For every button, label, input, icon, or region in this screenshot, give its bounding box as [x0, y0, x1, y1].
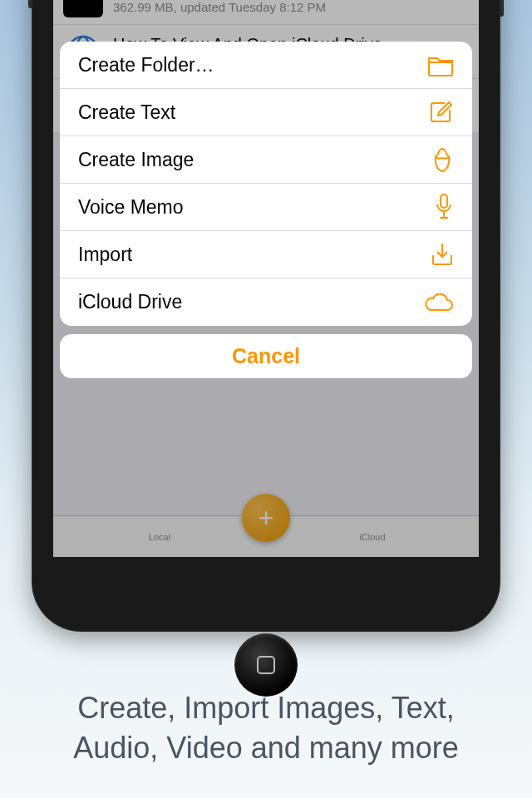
import-option[interactable]: Import	[60, 231, 472, 278]
action-sheet-options: Create Folder… Create Text	[60, 42, 472, 326]
compose-icon	[429, 100, 454, 125]
home-button[interactable]	[234, 633, 298, 697]
folder-icon	[427, 53, 454, 76]
home-button-square	[257, 656, 275, 674]
phone-screen: 1.92 MB, updated 5:04 PM Movie 2 362.99 …	[53, 0, 479, 557]
create-text-option[interactable]: Create Text	[60, 89, 472, 136]
option-label: Voice Memo	[78, 196, 184, 219]
option-label: Create Folder…	[78, 54, 214, 76]
option-label: Import	[78, 244, 132, 266]
rose-icon	[431, 146, 454, 173]
svg-rect-4	[441, 195, 447, 208]
phone-side-button	[28, 0, 32, 8]
caption-line: Create, Import Images, Text,	[25, 688, 507, 729]
option-label: Create Image	[78, 149, 194, 171]
promo-caption: Create, Import Images, Text, Audio, Vide…	[0, 688, 532, 769]
cloud-icon	[424, 292, 454, 313]
microphone-icon	[434, 193, 454, 221]
action-sheet: Create Folder… Create Text	[60, 42, 472, 378]
cancel-button[interactable]: Cancel	[60, 334, 472, 378]
create-image-option[interactable]: Create Image	[60, 136, 472, 184]
option-label: Create Text	[78, 101, 175, 124]
caption-line: Audio, Video and many more	[25, 728, 507, 769]
option-label: iCloud Drive	[78, 291, 182, 313]
download-icon	[431, 242, 454, 267]
create-folder-option[interactable]: Create Folder…	[60, 42, 472, 89]
phone-side-button	[500, 0, 504, 17]
phone-frame: 1.92 MB, updated 5:04 PM Movie 2 362.99 …	[32, 0, 500, 632]
cancel-label: Cancel	[232, 344, 300, 368]
icloud-drive-option[interactable]: iCloud Drive	[60, 278, 472, 326]
voice-memo-option[interactable]: Voice Memo	[60, 184, 472, 231]
